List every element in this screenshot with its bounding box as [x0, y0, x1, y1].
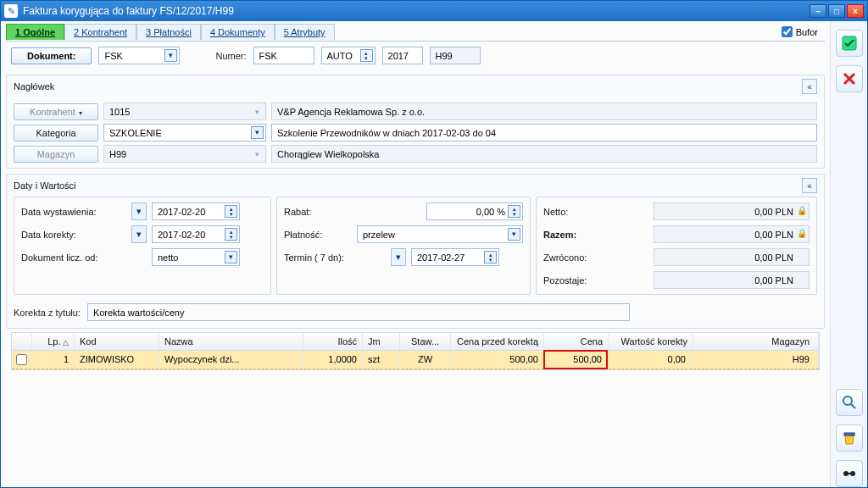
collapse-button[interactable]: «: [802, 79, 817, 94]
delete-button[interactable]: [836, 424, 863, 452]
table-row[interactable]: 1 ZIMOWISKO Wypoczynek dzi... 1,0000 szt…: [12, 351, 819, 369]
daty-title: Daty i Wartości: [14, 180, 802, 191]
minimize-button[interactable]: –: [810, 4, 826, 18]
termin-label: Termin ( 7 dn):: [284, 252, 386, 263]
cancel-button[interactable]: [836, 65, 863, 92]
numer-part1[interactable]: FSK: [253, 47, 314, 64]
maximize-button[interactable]: □: [828, 4, 845, 18]
col-lp[interactable]: Lp.: [32, 333, 75, 350]
section-daty: Daty i Wartości « Data wystawienia: ▾ 20…: [6, 174, 825, 329]
col-wk[interactable]: Wartość korekty: [609, 333, 693, 350]
tab-kontrahent[interactable]: 2 Kontrahent: [64, 24, 136, 40]
numer-part2[interactable]: AUTO ▴▾: [321, 47, 376, 64]
calendar-button[interactable]: ▾: [131, 202, 147, 220]
app-icon: ✎: [4, 4, 18, 18]
chevron-down-icon: [508, 228, 520, 241]
kategoria-button[interactable]: Kategoria: [14, 125, 98, 141]
col-jm[interactable]: Jm: [363, 333, 400, 350]
razem-value: 0,00 PLN🔒: [654, 225, 810, 243]
svg-rect-3: [844, 433, 854, 435]
lock-icon: 🔒: [797, 229, 807, 238]
chevron-down-icon: [251, 105, 264, 118]
zwrocono-label: Zwrócono:: [543, 252, 648, 263]
numer-year[interactable]: 2017: [382, 47, 423, 64]
section-naglowek: Nagłówek « Kontrahent▾ 1015 V&P Agencja …: [6, 75, 825, 169]
cena-cell-highlight[interactable]: 500,00: [543, 350, 608, 369]
dokument-button[interactable]: Dokument:: [11, 47, 92, 64]
side-toolbar: [830, 21, 867, 487]
col-kod[interactable]: Kod: [75, 333, 159, 350]
kategoria-code-dropdown[interactable]: SZKOLENIE: [103, 124, 266, 141]
col-mag[interactable]: Magazyn: [693, 333, 819, 350]
dok-licz-label: Dokument licz. od:: [21, 252, 126, 263]
chevron-down-icon: [164, 49, 177, 62]
search-button[interactable]: [836, 389, 863, 416]
tab-ogolne[interactable]: 1 Ogólne: [6, 24, 64, 40]
tab-atrybuty[interactable]: 5 Atrybuty: [275, 24, 335, 40]
data-wyst-label: Data wystawienia:: [21, 207, 126, 217]
zwrocono-value: 0,00 PLN: [654, 248, 810, 266]
calendar-button[interactable]: ▾: [131, 225, 147, 243]
termin-input[interactable]: 2017-02-27▴▾: [411, 248, 499, 266]
kontrahent-name: V&P Agencja Reklamowa Sp. z o.o.: [271, 103, 817, 120]
items-table: Lp. Kod Nazwa Ilość Jm Staw... Cena prze…: [11, 332, 820, 370]
col-nazwa[interactable]: Nazwa: [159, 333, 303, 350]
platnosc-label: Płatność:: [284, 230, 352, 240]
bufor-checkbox[interactable]: Bufor: [782, 26, 818, 37]
dok-licz-dropdown[interactable]: netto: [152, 248, 240, 266]
kontrahent-code: 1015: [103, 103, 266, 120]
magazyn-code: H99: [103, 145, 266, 163]
col-cena[interactable]: Cena: [544, 333, 609, 350]
window-title: Faktura korygująca do faktury FS/12/2017…: [23, 5, 810, 17]
chevron-down-icon: [225, 251, 237, 263]
pozostaje-value: 0,00 PLN: [654, 271, 810, 289]
numer-suffix: H99: [430, 47, 481, 64]
kontrahent-button: Kontrahent▾: [14, 103, 98, 120]
collapse-button[interactable]: «: [802, 178, 817, 193]
tabstrip: 1 Ogólne 2 Kontrahent 3 Płatności 4 Doku…: [6, 23, 825, 42]
korekta-label: Korekta z tytułu:: [14, 308, 81, 318]
close-button[interactable]: ×: [847, 4, 864, 18]
app-window: ✎ Faktura korygująca do faktury FS/12/20…: [0, 0, 868, 488]
lock-icon: 🔒: [797, 206, 807, 215]
col-staw[interactable]: Staw...: [400, 333, 451, 350]
svg-point-1: [843, 396, 852, 405]
rabat-label: Rabat:: [284, 207, 352, 217]
chevron-down-icon: [251, 147, 264, 160]
save-button[interactable]: [836, 30, 863, 57]
magazyn-name: Chorągiew Wielkopolska: [271, 145, 817, 163]
table-header: Lp. Kod Nazwa Ilość Jm Staw... Cena prze…: [12, 333, 819, 351]
calendar-button[interactable]: ▾: [391, 248, 406, 266]
netto-label: Netto:: [543, 207, 648, 217]
col-ilosc[interactable]: Ilość: [303, 333, 363, 350]
bufor-check[interactable]: [782, 26, 793, 37]
tab-platnosci[interactable]: 3 Płatności: [136, 24, 201, 40]
pozostaje-label: Pozostaje:: [543, 275, 648, 286]
kategoria-name-input[interactable]: Szkolenie Przewodników w dniach 2017-02-…: [271, 124, 817, 141]
svg-rect-6: [848, 473, 851, 474]
data-wyst-input[interactable]: 2017-02-20▴▾: [152, 202, 240, 220]
titlebar: ✎ Faktura korygująca do faktury FS/12/20…: [1, 1, 867, 21]
document-row: Dokument: FSK Numer: FSK AUTO ▴▾ 2017 H9…: [6, 42, 825, 69]
dokument-type-dropdown[interactable]: FSK: [98, 47, 180, 64]
row-checkbox[interactable]: [16, 354, 27, 365]
razem-label: Razem:: [543, 230, 648, 240]
col-cpk[interactable]: Cena przed korektą: [451, 333, 544, 350]
rabat-input[interactable]: 0,00 %▴▾: [426, 202, 523, 220]
data-kor-label: Data korekty:: [21, 230, 126, 240]
spinner-icon: ▴▾: [360, 49, 373, 62]
bufor-label: Bufor: [796, 27, 818, 37]
data-kor-input[interactable]: 2017-02-20▴▾: [152, 225, 240, 243]
find-button[interactable]: [836, 460, 863, 487]
naglowek-title: Nagłówek: [14, 81, 802, 92]
numer-label: Numer:: [215, 51, 246, 61]
platnosc-dropdown[interactable]: przelew: [357, 225, 523, 243]
tab-dokumenty[interactable]: 4 Dokumenty: [201, 24, 275, 40]
magazyn-button: Magazyn: [14, 146, 98, 163]
korekta-input[interactable]: Korekta wartości/ceny: [87, 303, 630, 321]
chevron-down-icon: [251, 126, 264, 139]
netto-value: 0,00 PLN🔒: [654, 202, 810, 220]
svg-line-2: [851, 404, 855, 408]
